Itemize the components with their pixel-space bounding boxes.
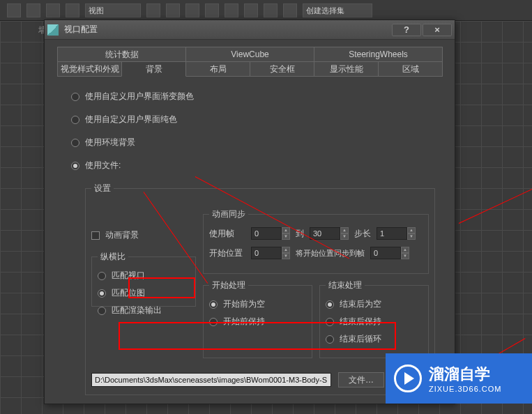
option-env[interactable]: 使用环境背景 xyxy=(71,137,435,148)
settings-fieldset: 设置 动画背景 纵横比 xyxy=(85,183,435,395)
end-proc-legend: 结束处理 xyxy=(326,279,365,291)
aspect-render[interactable]: 匹配渲染输出 xyxy=(98,305,190,316)
step-spinner[interactable]: ▲▼ xyxy=(377,227,416,240)
spin-up-icon[interactable]: ▲ xyxy=(401,247,409,253)
sync-start-label: 将开始位置同步到帧 xyxy=(296,248,365,259)
spin-down-icon[interactable]: ▼ xyxy=(407,233,416,240)
toolbar-icon[interactable] xyxy=(225,3,238,17)
option-gradient[interactable]: 使用自定义用户界面渐变颜色 xyxy=(71,91,435,102)
play-icon xyxy=(394,365,422,392)
anim-sync-legend: 动画同步 xyxy=(209,208,248,220)
frame-to-input[interactable] xyxy=(310,227,340,240)
tab-safe-frame[interactable]: 安全框 xyxy=(250,61,314,77)
start-pos-spinner[interactable]: ▲▼ xyxy=(251,247,290,259)
radio-icon xyxy=(326,335,334,344)
radio-icon xyxy=(71,162,79,170)
frame-from-spinner[interactable]: ▲▼ xyxy=(251,227,290,240)
toolbar-icon[interactable] xyxy=(185,3,199,17)
option-label: 使用文件: xyxy=(85,160,121,171)
radio-icon xyxy=(71,93,79,101)
dialog-titlebar[interactable]: 视口配置 ? × xyxy=(45,20,455,40)
spin-up-icon[interactable]: ▲ xyxy=(340,227,349,233)
view-dropdown[interactable]: 视图 xyxy=(85,3,141,17)
watermark: 溜溜自学 ZIXUE.3D66.COM xyxy=(386,353,532,404)
start-pos-label: 开始位置 xyxy=(209,247,251,259)
toolbar-icon[interactable] xyxy=(166,3,180,17)
aspect-bitmap[interactable]: 匹配位图 xyxy=(98,287,190,299)
spin-up-icon[interactable]: ▲ xyxy=(282,247,290,253)
spin-down-icon[interactable]: ▼ xyxy=(282,253,290,259)
radio-icon xyxy=(98,307,106,315)
selection-set-dropdown[interactable]: 创建选择集 xyxy=(303,3,372,17)
viewport-config-dialog: 视口配置 ? × 统计数据 ViewCube SteeringWheels 视觉… xyxy=(44,20,455,404)
toolbar-icon[interactable] xyxy=(146,3,160,17)
toolbar-icon[interactable] xyxy=(205,3,219,17)
toolbar-icon[interactable] xyxy=(7,3,21,17)
option-file[interactable]: 使用文件: xyxy=(71,160,435,171)
file-path-input[interactable] xyxy=(91,373,331,387)
start-proc-fieldset: 开始处理 开始前为空 开始前保持 xyxy=(203,279,312,358)
frame-to-spinner[interactable]: ▲▼ xyxy=(310,227,349,240)
sync-start-spinner[interactable]: ▲▼ xyxy=(370,247,409,259)
main-toolbar: 视图 创建选择集 xyxy=(0,0,532,21)
radio-label: 匹配渲染输出 xyxy=(112,305,162,316)
help-button[interactable]: ? xyxy=(392,24,421,36)
toolbar-icon[interactable] xyxy=(46,3,60,17)
watermark-title: 溜溜自学 xyxy=(429,364,501,385)
tab-steeringwheels[interactable]: SteeringWheels xyxy=(314,47,443,62)
toolbar-icon[interactable] xyxy=(283,3,297,17)
use-frame-label: 使用帧 xyxy=(209,228,251,240)
step-label: 步长 xyxy=(354,228,371,240)
toolbar-icon[interactable] xyxy=(244,3,258,17)
tab-statistics[interactable]: 统计数据 xyxy=(57,47,186,62)
checkbox-anim-bg[interactable]: 动画背景 xyxy=(91,229,196,241)
start-hold[interactable]: 开始前保持 xyxy=(209,316,306,328)
aspect-fieldset: 纵横比 匹配视口 匹配位图 xyxy=(91,251,196,307)
spin-down-icon[interactable]: ▼ xyxy=(282,233,290,240)
end-loop[interactable]: 结束后循环 xyxy=(326,333,423,345)
radio-label: 开始前为空 xyxy=(223,298,265,310)
start-pos-input[interactable] xyxy=(251,247,282,259)
start-blank[interactable]: 开始前为空 xyxy=(209,298,306,310)
spin-down-icon[interactable]: ▼ xyxy=(340,233,349,240)
end-proc-fieldset: 结束处理 结束后为空 结束后保持 xyxy=(319,279,429,358)
close-button[interactable]: × xyxy=(423,24,452,36)
to-label: 到 xyxy=(296,228,304,240)
option-solid[interactable]: 使用自定义用户界面纯色 xyxy=(71,114,435,125)
radio-icon xyxy=(71,139,79,147)
option-label: 使用环境背景 xyxy=(85,137,135,148)
start-proc-legend: 开始处理 xyxy=(209,279,248,291)
checkbox-label: 动画背景 xyxy=(105,229,139,241)
frame-from-input[interactable] xyxy=(251,227,282,240)
end-hold[interactable]: 结束后保持 xyxy=(326,316,423,328)
toolbar-icon[interactable] xyxy=(264,3,278,17)
aspect-viewport[interactable]: 匹配视口 xyxy=(98,270,190,282)
tab-display-perf[interactable]: 显示性能 xyxy=(314,61,379,77)
tab-viewcube[interactable]: ViewCube xyxy=(185,47,314,62)
radio-icon xyxy=(98,272,106,280)
spin-down-icon[interactable]: ▼ xyxy=(401,253,409,259)
checkbox-icon xyxy=(91,231,100,240)
radio-label: 开始前保持 xyxy=(223,316,265,328)
radio-icon xyxy=(209,318,218,326)
toolbar-icon[interactable] xyxy=(26,3,40,17)
toolbar-icon[interactable] xyxy=(66,3,79,17)
tab-regions[interactable]: 区域 xyxy=(378,61,443,77)
sync-start-input[interactable] xyxy=(370,247,401,259)
tabs-row-1: 统计数据 ViewCube SteeringWheels xyxy=(57,47,442,62)
file-button[interactable]: 文件… xyxy=(338,372,384,388)
spin-up-icon[interactable]: ▲ xyxy=(282,227,290,233)
tab-background[interactable]: 背景 xyxy=(121,61,186,77)
tab-visual-style[interactable]: 视觉样式和外观 xyxy=(57,61,122,77)
radio-icon xyxy=(71,116,79,124)
radio-icon xyxy=(326,318,334,326)
step-input[interactable] xyxy=(377,227,407,240)
end-blank[interactable]: 结束后为空 xyxy=(326,298,423,310)
settings-legend: 设置 xyxy=(91,183,114,194)
spin-up-icon[interactable]: ▲ xyxy=(407,227,416,233)
tab-layout[interactable]: 布局 xyxy=(185,61,250,77)
dialog-title: 视口配置 xyxy=(64,24,390,36)
option-label: 使用自定义用户界面纯色 xyxy=(85,114,177,125)
radio-label: 结束后为空 xyxy=(340,298,381,310)
watermark-url: ZIXUE.3D66.COM xyxy=(429,385,501,393)
